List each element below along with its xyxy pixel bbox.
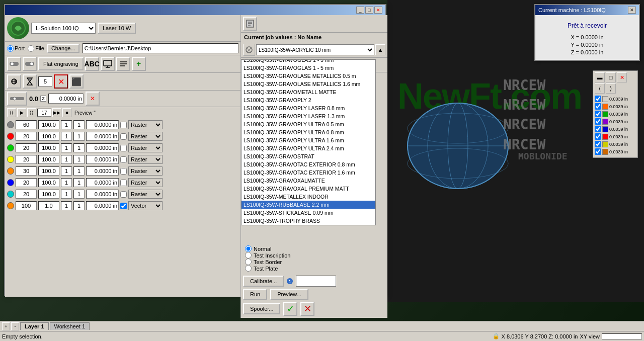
port-radio[interactable] xyxy=(7,45,14,52)
dropdown-item-18[interactable]: LS100IQ-35W-GRAVOPLY ULTRA 0.8 mm xyxy=(242,128,375,136)
scroll-indicator[interactable]: ↻ xyxy=(287,278,293,284)
laser-button[interactable]: Laser 10 W xyxy=(98,23,136,34)
layer-num2-5[interactable] xyxy=(73,166,85,176)
layer-speed-6[interactable] xyxy=(16,178,37,187)
solution-dropdown[interactable]: L-Solution 100 IQ xyxy=(31,23,96,34)
calibrate-input[interactable] xyxy=(296,276,336,287)
layer-speed-1[interactable] xyxy=(16,120,37,129)
dropdown-item-26[interactable]: LS100IQ-35W-METALLEX INDOOR xyxy=(242,193,375,201)
layer-num-2[interactable] xyxy=(61,132,72,141)
layer-power-4[interactable] xyxy=(38,155,59,164)
layer-num-3[interactable] xyxy=(61,143,72,152)
layer-num2-7[interactable] xyxy=(73,190,85,199)
layer-check-r8[interactable] xyxy=(595,148,601,155)
toolbar-icon-1[interactable]: ▬ xyxy=(595,72,605,82)
layer-cb-3[interactable] xyxy=(120,145,127,151)
layer-power-1[interactable] xyxy=(38,120,59,129)
dropdown-item-21[interactable]: LS100IQ-35W-GRAVOSTRAT xyxy=(242,152,375,160)
layer-speed-8[interactable] xyxy=(16,201,37,210)
list-icon[interactable] xyxy=(116,57,130,71)
number-input[interactable] xyxy=(38,76,52,87)
tab-worksheet1[interactable]: Worksheet 1 xyxy=(50,322,90,330)
path-input[interactable] xyxy=(83,43,238,53)
dropdown-item-22[interactable]: LS100IQ-35W-GRAVOTAC EXTERIOR 0.8 mm xyxy=(242,160,375,168)
flat-engraving-button[interactable]: Flat engraving xyxy=(38,57,84,70)
layer-power-7[interactable] xyxy=(38,190,59,199)
dropdown-item-23[interactable]: LS100IQ-35W-GRAVOTAC EXTERIOR 1.6 mm xyxy=(242,168,375,177)
layer-pos-2[interactable] xyxy=(86,132,119,141)
toolbar-icon-5[interactable]: ⟩ xyxy=(606,83,616,94)
layer-speed-5[interactable] xyxy=(16,166,37,176)
network-icon[interactable] xyxy=(7,74,21,89)
status-scrollbar[interactable] xyxy=(602,333,642,339)
dropdown-item-14[interactable]: LS100IQ-35W-GRAVOPLY 2 xyxy=(242,96,375,104)
rewind-icon[interactable]: ⟨⟨ xyxy=(7,108,16,117)
dropdown-item-25[interactable]: LS100IQ-35W-GRAVOXAL PREMIUM MATT xyxy=(242,185,375,193)
z-position-input[interactable] xyxy=(48,94,84,104)
dropdown-item-12[interactable]: LS100IQ-35W-GRAVOLASE METALLICS 1.6 mm xyxy=(242,80,375,88)
dropdown-item-11[interactable]: LS100IQ-35W-GRAVOLASE METALLICS 0.5 m xyxy=(242,72,375,80)
layer-check-r5[interactable] xyxy=(595,126,601,132)
dropdown-item-28[interactable]: LS100IQ-35W-STICKALASE 0.09 mm xyxy=(242,209,375,217)
layer-num2-3[interactable] xyxy=(73,143,85,152)
file-radio-label[interactable]: File xyxy=(28,45,44,52)
speed-input[interactable] xyxy=(37,109,51,117)
layer-cb-5[interactable] xyxy=(120,168,127,175)
change-button[interactable]: Change... xyxy=(47,44,79,53)
dropdown-item-13[interactable]: LS100IQ-35W-GRAVOMETALL MATTE xyxy=(242,88,375,96)
layer-mode-6[interactable]: RasterVector xyxy=(128,178,163,187)
tab-layer1[interactable]: Layer 1 xyxy=(20,322,49,330)
layer-check-r2[interactable] xyxy=(595,103,601,110)
layer-pos-7[interactable] xyxy=(86,190,119,199)
layer-num-1[interactable] xyxy=(61,120,72,129)
test-plate-radio[interactable] xyxy=(245,265,252,272)
layer-pos-8[interactable] xyxy=(86,201,119,210)
material-scroll-up[interactable]: ▲ xyxy=(375,44,385,55)
toolbar-icon-4[interactable]: ⟨ xyxy=(595,83,605,94)
layer-power-6[interactable] xyxy=(38,178,59,187)
layer-power-3[interactable] xyxy=(38,143,59,152)
material-dropdown[interactable]: LS100IQ-35W-ACRYLIC 10 mm xyxy=(256,44,374,55)
layer-mode-3[interactable]: RasterVector xyxy=(128,143,163,152)
layer-power-5[interactable] xyxy=(38,166,59,176)
file-radio[interactable] xyxy=(28,45,34,52)
layer-num2-4[interactable] xyxy=(73,155,85,164)
cancel-button[interactable]: ✕ xyxy=(300,302,314,316)
layer-num-7[interactable] xyxy=(61,190,72,199)
layer-cb-2[interactable] xyxy=(120,133,127,140)
dropdown-item-10[interactable]: LS100IQ-35W-GRAVOGLAS 1 - 5 mm xyxy=(242,64,375,72)
minimize-btn[interactable]: _ xyxy=(356,7,364,14)
dropdown-item-19[interactable]: LS100IQ-35W-GRAVOPLY ULTRA 1.6 mm xyxy=(242,136,375,144)
layer-pos-6[interactable] xyxy=(86,178,119,187)
dropdown-item-17[interactable]: LS100IQ-35W-GRAVOPLY ULTRA 0.5 mm xyxy=(242,120,375,128)
layer-check-r4[interactable] xyxy=(595,118,601,125)
preview-button[interactable]: Preview... xyxy=(270,289,308,300)
test-border-radio[interactable] xyxy=(245,259,252,265)
layer-num2-6[interactable] xyxy=(73,178,85,187)
dropdown-item-20[interactable]: LS100IQ-35W-GRAVOPLY ULTRA 2.4 mm xyxy=(242,144,375,152)
layer-pos-4[interactable] xyxy=(86,155,119,164)
stop-play-icon[interactable]: ■ xyxy=(62,108,71,117)
stop-icon[interactable]: ⬛ xyxy=(69,74,84,89)
monitor-icon[interactable] xyxy=(101,57,115,71)
calibrate-button[interactable]: Calibrate... xyxy=(243,276,284,287)
play-icon[interactable]: ▶ xyxy=(17,108,26,117)
test-inscription-radio[interactable] xyxy=(245,252,252,259)
layer-speed-7[interactable] xyxy=(16,190,37,199)
add-tab-btn[interactable]: + xyxy=(2,322,10,330)
z-icon[interactable] xyxy=(7,92,27,106)
dropdown-item-29[interactable]: LS100IQ-35W-TROPHY BRASS xyxy=(242,217,375,225)
layer-cb-4[interactable] xyxy=(120,156,127,163)
layer-pos-1[interactable] xyxy=(86,120,119,129)
layer-num2-2[interactable] xyxy=(73,132,85,141)
layer-mode-5[interactable]: RasterVector xyxy=(128,166,163,176)
layer-check-r1[interactable] xyxy=(595,96,601,102)
layer-pos-3[interactable] xyxy=(86,143,119,152)
normal-radio[interactable] xyxy=(245,245,252,252)
layer-num-4[interactable] xyxy=(61,155,72,164)
toggle-icon[interactable] xyxy=(7,57,21,71)
text-icon[interactable]: ABC xyxy=(85,57,99,71)
layer-check-r3[interactable] xyxy=(595,111,601,117)
layer-mode-8[interactable]: VectorRaster xyxy=(128,201,163,210)
layer-speed-4[interactable] xyxy=(16,155,37,164)
